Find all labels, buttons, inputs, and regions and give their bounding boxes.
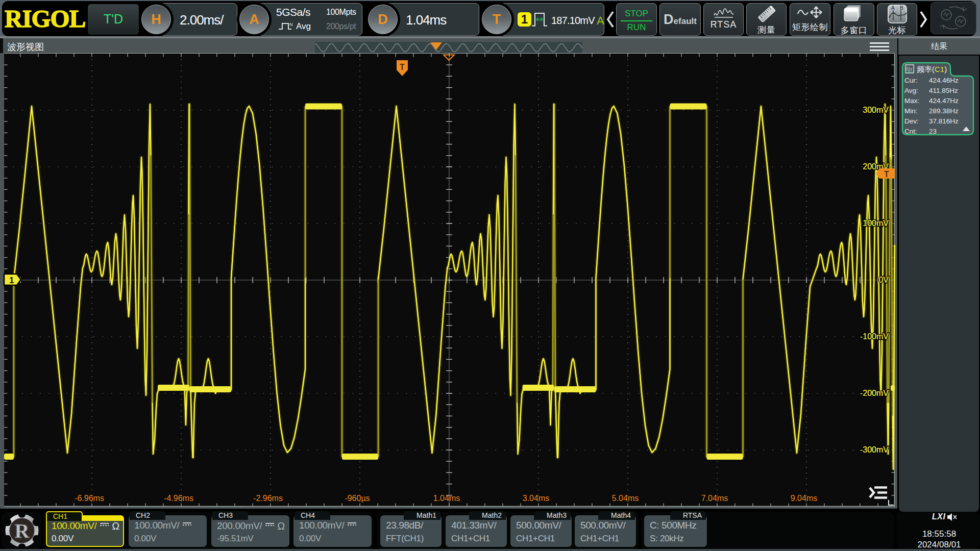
- svg-text:R: R: [15, 519, 30, 542]
- svg-text:N: N: [289, 22, 293, 27]
- svg-text:B: B: [900, 5, 903, 11]
- svg-text:A: A: [891, 5, 895, 11]
